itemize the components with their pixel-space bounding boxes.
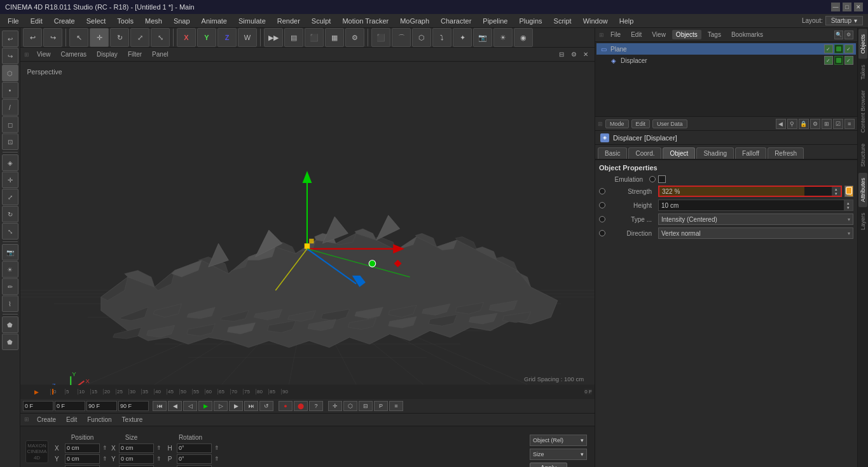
undo-button[interactable]: ↩	[23, 28, 42, 47]
layout-dropdown[interactable]: Startup ▾	[825, 16, 863, 25]
tool-undo[interactable]: ↩	[2, 30, 18, 47]
direction-radio[interactable]	[599, 230, 605, 236]
motion-mode-btn[interactable]: ?	[309, 401, 323, 411]
displacer-check-2[interactable]	[834, 56, 843, 65]
select-transform-btn[interactable]: ⤡	[151, 28, 170, 47]
attrs-nav-search[interactable]: ⚲	[787, 119, 797, 129]
select-rotate-btn[interactable]: ↻	[110, 28, 129, 47]
tool-brush[interactable]: ⌇	[2, 295, 18, 312]
tab-objects[interactable]: Objects	[672, 30, 701, 39]
tab-file[interactable]: File	[607, 30, 624, 39]
strength-radio[interactable]	[599, 188, 605, 194]
next-keyframe-btn[interactable]: ▷	[214, 401, 228, 411]
select-scale-btn[interactable]: ⤢	[130, 28, 149, 47]
y-axis-btn[interactable]: Y	[197, 28, 216, 47]
attr-tab-coord[interactable]: Coord.	[628, 147, 661, 159]
bottom-menu-function[interactable]: Function	[85, 415, 114, 424]
v-tab-objects[interactable]: Objects	[858, 29, 867, 59]
animate-key-btn[interactable]: P	[374, 401, 388, 411]
select-model-btn[interactable]: ↖	[69, 28, 88, 47]
menu-plugins[interactable]: Plugins	[514, 16, 547, 26]
obj-plane[interactable]: ▭ Plane ✓ ✓	[596, 43, 856, 55]
z-axis-btn[interactable]: Z	[217, 28, 237, 47]
menu-character[interactable]: Character	[436, 16, 476, 26]
menu-script[interactable]: Script	[549, 16, 577, 26]
plane-check-3[interactable]: ✓	[844, 44, 853, 53]
camera-btn[interactable]: 📷	[473, 28, 492, 47]
menu-window[interactable]: Window	[578, 16, 613, 26]
tab-tags[interactable]: Tags	[704, 30, 725, 39]
bottom-menu-create[interactable]: Create	[34, 415, 59, 424]
coord-space-dropdown[interactable]: Object (Rel) ▾	[530, 435, 587, 446]
current-frame-input[interactable]	[23, 401, 53, 411]
play-btn[interactable]: ▶	[198, 401, 212, 411]
tool-select-points[interactable]: •	[2, 82, 18, 98]
snap-lock-btn[interactable]: ⊟	[359, 401, 373, 411]
v-tab-layers[interactable]: Layers	[858, 208, 867, 235]
menu-file[interactable]: File	[3, 16, 24, 26]
menu-simulate[interactable]: Simulate	[233, 16, 271, 26]
scene-btn[interactable]: ✦	[453, 28, 472, 47]
emulation-checkbox[interactable]	[658, 175, 666, 183]
tool-live-select[interactable]: ◈	[2, 154, 18, 171]
attr-tab-object[interactable]: Object	[663, 147, 695, 159]
attrs-edit-btn[interactable]: Edit	[631, 119, 651, 128]
viewport-menu-view[interactable]: View	[34, 50, 53, 59]
v-tab-attributes[interactable]: Attributes	[858, 173, 867, 207]
attr-tab-refresh[interactable]: Refresh	[768, 147, 804, 159]
tool-move[interactable]: ✛	[2, 172, 18, 188]
viewport-menu-panel[interactable]: Panel	[149, 50, 171, 59]
y-position-input[interactable]	[65, 454, 100, 464]
attrs-nav-pin[interactable]: ⊞	[822, 119, 832, 129]
timeline-options-btn[interactable]: ≡	[389, 401, 403, 411]
search-icon-btn[interactable]: 🔍	[834, 30, 843, 39]
auto-key-btn[interactable]: ⬤	[294, 401, 308, 411]
obj-displacer[interactable]: ◈ Displacer ✓ ✓	[607, 55, 856, 66]
menu-render[interactable]: Render	[272, 16, 305, 26]
attrs-user-data-btn[interactable]: User Data	[652, 119, 687, 128]
tool-select-model[interactable]: ⬡	[2, 65, 18, 81]
tab-edit[interactable]: Edit	[627, 30, 645, 39]
type-dropdown[interactable]: Intensity (Centered) ▾	[658, 213, 853, 225]
attr-tab-shading[interactable]: Shading	[696, 147, 734, 159]
minimize-button[interactable]: —	[831, 3, 840, 11]
displacer-check-3[interactable]: ✓	[844, 56, 853, 65]
tool-redo[interactable]: ↪	[2, 48, 18, 64]
attr-tab-basic[interactable]: Basic	[598, 147, 627, 159]
redo-button[interactable]: ↪	[43, 28, 62, 47]
menu-tools[interactable]: Tools	[112, 16, 139, 26]
attrs-mode-btn[interactable]: Mode	[605, 119, 629, 128]
x-position-input[interactable]	[65, 443, 100, 453]
render-to-picture-btn[interactable]: ⬛	[305, 28, 324, 47]
height-spinner[interactable]: ▲ ▼	[844, 200, 853, 210]
go-to-start-btn[interactable]: ⏮	[153, 401, 167, 411]
playhead[interactable]	[52, 389, 53, 395]
height-value[interactable]: 10 cm ▲ ▼	[658, 200, 853, 211]
v-tab-takes[interactable]: Takes	[858, 60, 867, 85]
prev-frame-btn[interactable]: ◀	[168, 401, 182, 411]
render-region-btn[interactable]: ▤	[284, 28, 303, 47]
3d-viewport[interactable]: X Y Z Perspective Grid Spacing : 100 cm	[20, 62, 595, 385]
record-btn[interactable]: ●	[279, 401, 293, 411]
world-btn[interactable]: W	[238, 28, 257, 47]
end-frame-input[interactable]	[118, 401, 149, 411]
apply-button[interactable]: Apply	[530, 463, 567, 467]
attrs-nav-lock[interactable]: 🔒	[799, 119, 809, 129]
menu-snap[interactable]: Snap	[169, 16, 195, 26]
strength-value[interactable]: 322 % ▲ ▼	[658, 186, 842, 197]
tool-select-uv[interactable]: ⊡	[2, 133, 18, 150]
menu-help[interactable]: Help	[614, 16, 639, 26]
direction-dropdown[interactable]: Vertex normal ▾	[658, 227, 853, 239]
snap-on-btn[interactable]: ✛	[328, 401, 342, 411]
tool-sculpt-2[interactable]: ⬟	[2, 334, 18, 350]
menu-create[interactable]: Create	[49, 16, 80, 26]
size-mode-dropdown[interactable]: Size ▾	[530, 449, 587, 460]
snap-off-btn[interactable]: ⬡	[343, 401, 357, 411]
emulation-radio[interactable]	[649, 176, 656, 182]
strength-spinner[interactable]: ▲ ▼	[832, 187, 841, 196]
spline-btn[interactable]: ⌒	[392, 28, 411, 47]
p-rot-input[interactable]	[177, 454, 212, 464]
prev-keyframe-btn[interactable]: ◁	[183, 401, 197, 411]
strength-gradient[interactable]	[844, 186, 853, 197]
attrs-nav-list[interactable]: ≡	[844, 119, 855, 129]
